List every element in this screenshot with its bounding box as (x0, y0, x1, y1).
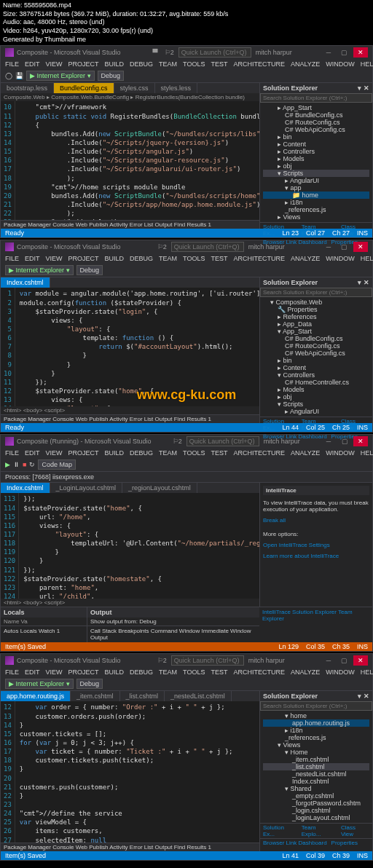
locals-tabs[interactable]: Autos Locals Watch 1 (1, 626, 87, 636)
notification-icon[interactable]: ▝▘ (150, 49, 160, 56)
user-name[interactable]: mitch harpur (248, 657, 285, 664)
tree-node[interactable]: C# BundleConfig.cs (263, 335, 369, 342)
tree-node[interactable]: 🔧 Properties (263, 306, 369, 313)
tree-node[interactable]: app.home.routing.js (263, 719, 369, 727)
user-name[interactable]: mitch harpur (248, 243, 285, 250)
flag-icon[interactable]: ⚐2 (157, 657, 167, 664)
code-editor[interactable]: 10 11 12 13 14 15 16 17 18 19 20 21 22 2… (1, 101, 259, 220)
close-button[interactable]: ✕ (353, 47, 368, 58)
tree-node[interactable]: _item.cshtml (263, 756, 369, 763)
continue-icon[interactable]: ▶ (5, 461, 10, 468)
maximize-button[interactable]: ▢ (337, 242, 352, 252)
minimize-button[interactable]: ─ (321, 655, 336, 666)
tree-node[interactable]: ▸ Views (263, 213, 369, 221)
document-tabs[interactable]: Index.cshtml _LoginLayout.cshtml _region… (1, 483, 259, 493)
tree-node[interactable]: C# WebApiConfig.cs (263, 350, 369, 357)
toolbar[interactable]: ◯ 💾 ▶ Internet Explorer ▾ Debug (1, 69, 372, 83)
tree-node[interactable]: _loginLayout.cshtml (263, 814, 369, 821)
menubar[interactable]: FILEEDITVIEWPROJECTBUILDDEBUGTEAMTOOLSTE… (1, 667, 372, 677)
se-search-input[interactable] (260, 288, 372, 297)
minimize-button[interactable]: ─ (321, 242, 336, 252)
tree-node[interactable]: ▸ App_Start (263, 104, 369, 111)
solution-explorer[interactable]: Solution Explorer▾ ✕ ▸ App_StartC# Bundl… (259, 83, 372, 229)
start-debug-button[interactable]: ▶ Internet Explorer ▾ (5, 679, 74, 689)
break-all-link[interactable]: Break all (263, 517, 369, 524)
menu-architecture[interactable]: ARCHITECTURE (233, 60, 285, 68)
config-select[interactable]: Debug (76, 265, 103, 275)
tab-loginlayout[interactable]: _LoginLayout.cshtml (50, 483, 123, 493)
tool-window-tabs[interactable]: Package Manager Console Web Publish Acti… (1, 843, 259, 851)
tab-regionlayout[interactable]: _regionLayout.cshtml (122, 483, 197, 493)
toolbar[interactable]: ▶ Internet Explorer ▾ Debug (1, 264, 372, 277)
tab-nestedlist[interactable]: _nestedList.cshtml (165, 691, 232, 701)
menu-debug[interactable]: DEBUG (130, 60, 153, 68)
menu-file[interactable]: FILE (5, 60, 19, 68)
menu-edit[interactable]: EDIT (25, 60, 40, 68)
menu-test[interactable]: TEST (211, 60, 227, 68)
pin-icon[interactable]: ▾ ✕ (358, 84, 369, 92)
tree-node[interactable]: ▾ Views (263, 741, 369, 749)
tab-stylescss[interactable]: styles.css (114, 83, 155, 93)
pin-icon[interactable]: ▾ ✕ (358, 279, 369, 286)
tab-class-view[interactable]: Class View (341, 824, 369, 837)
solution-explorer[interactable]: Solution Explorer▾ ✕ ▾ homeapp.home.rout… (259, 691, 372, 851)
tree-node[interactable]: ▾ Scripts (263, 401, 369, 408)
tree-node[interactable]: ▸ AngularUI (263, 177, 369, 184)
properties-tab[interactable]: Properties (331, 840, 358, 846)
se-search-input[interactable] (260, 93, 372, 103)
restart-icon[interactable]: ↻ (29, 461, 35, 468)
menu-build[interactable]: BUILD (105, 60, 125, 68)
minimize-button[interactable]: ─ (321, 436, 336, 446)
se-search-input[interactable] (260, 701, 372, 711)
menubar[interactable]: FILEEDITVIEWPROJECTBUILDDEBUGTEAMTOOLSTE… (1, 253, 372, 264)
tab-routing[interactable]: app.home.routing.js (1, 691, 71, 701)
tree-node[interactable]: _empty.cshtml (263, 792, 369, 800)
flag-icon[interactable]: ⚐2 (165, 49, 174, 56)
learn-more-link[interactable]: Learn more about IntelliTrace (263, 553, 369, 559)
quick-launch-input[interactable] (171, 655, 244, 666)
code-editor[interactable]: 1 2 3 4 5 6 7 8 9 10 11 12 13 14 15 16 1… (1, 288, 259, 406)
nav-back-icon[interactable]: ◯ (5, 72, 12, 79)
tree-node[interactable]: ▾ Controllers (263, 371, 369, 379)
tab-list[interactable]: _list.cshtml (120, 691, 165, 701)
tree-node[interactable]: ▸ i18n (263, 727, 369, 734)
document-tabs[interactable]: app.home.routing.js _item.cshtml _list.c… (1, 691, 259, 701)
menu-analyze[interactable]: ANALYZE (291, 60, 320, 68)
menu-project[interactable]: PROJECT (68, 60, 99, 68)
tree-node[interactable]: ▸ Controllers (263, 148, 369, 155)
toolbar[interactable]: ▶ Internet Explorer ▾ Debug (1, 677, 372, 691)
tree-node[interactable]: ▸ App_Data (263, 320, 369, 328)
close-button[interactable]: ✕ (353, 436, 368, 446)
start-debug-button[interactable]: ▶ Internet Explorer ▾ (26, 71, 95, 81)
config-select[interactable]: Debug (98, 71, 125, 81)
tab-index[interactable]: Index.cshtml (1, 483, 50, 493)
tree-node[interactable]: ▾ app (263, 184, 369, 192)
tree-node[interactable]: _forgotPassword.cshtm (263, 800, 369, 807)
quick-launch-input[interactable] (186, 436, 259, 446)
output-tabs[interactable]: Call Stack Breakpoints Command Window Im… (87, 626, 259, 642)
tree-node[interactable]: ▸ References (263, 313, 369, 320)
tree-node[interactable]: _references.js (263, 206, 369, 213)
tree-node[interactable]: C# RouteConfig.cs (263, 119, 369, 126)
code-editor[interactable]: 12 13 14 15 16 17 18 19 20 21 22 23 24 2… (1, 701, 259, 843)
solution-explorer[interactable]: Solution Explorer▾ ✕ ▾ Composite.Web🔧 Pr… (259, 277, 372, 423)
tree-node[interactable]: C# BundleConfig.cs (263, 111, 369, 119)
tool-window-tabs[interactable]: Package Manager Console Web Publish Acti… (1, 414, 259, 423)
maximize-button[interactable]: ▢ (337, 436, 352, 446)
html-path[interactable]: <html> <body> <script> (1, 599, 259, 607)
open-settings-link[interactable]: Open IntelliTrace Settings (263, 542, 369, 548)
quick-launch-input[interactable] (171, 242, 244, 252)
quick-launch-input[interactable] (178, 47, 251, 58)
tree-node[interactable]: ▸ obj (263, 393, 369, 401)
maximize-button[interactable]: ▢ (337, 47, 352, 58)
document-tabs[interactable]: bootstrap.less BundleConfig.cs styles.cs… (1, 83, 259, 93)
tree-node[interactable]: _references.js (263, 734, 369, 741)
tree-node[interactable]: ▸ Content (263, 141, 369, 148)
output-show-from[interactable]: Show output from: Debug (87, 618, 259, 626)
tree-node[interactable]: ▸ bin (263, 357, 369, 364)
close-button[interactable]: ✕ (353, 242, 368, 252)
flag-icon[interactable]: ⚐2 (157, 243, 167, 250)
nav-breadcrumb[interactable]: Composite.Web ▸ Composite.Web.BundleConf… (1, 93, 259, 101)
tab-solution-explorer[interactable]: Solution Ex... (263, 824, 297, 837)
menubar[interactable]: FILE EDIT VIEW PROJECT BUILD DEBUG TEAM … (1, 59, 372, 69)
